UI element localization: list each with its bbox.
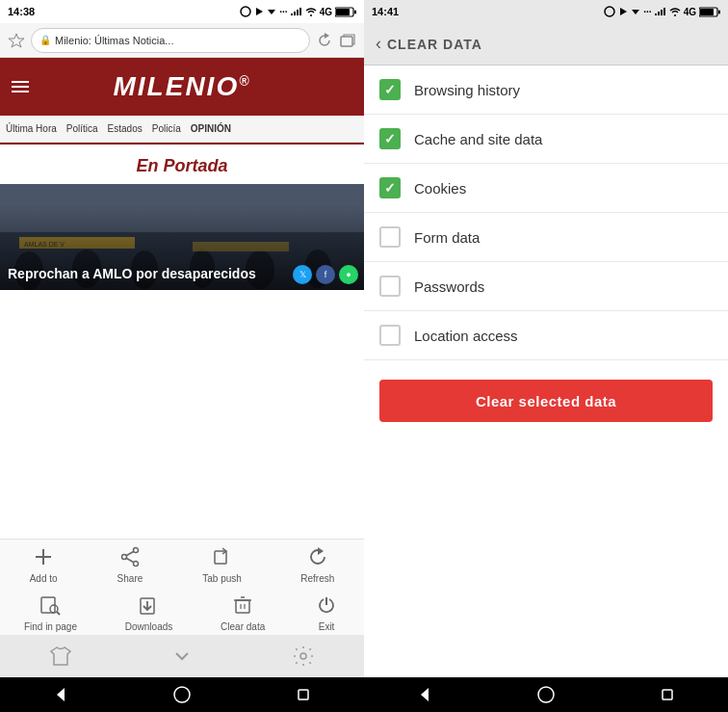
options-list: Browsing history Cache and site data Coo…	[364, 66, 728, 677]
find-in-page-button[interactable]: Find in page	[24, 592, 77, 632]
nav-politica[interactable]: Política	[66, 123, 98, 134]
clear-data-button[interactable]: Clear data	[221, 592, 265, 632]
option-browsing-history[interactable]: Browsing history	[364, 66, 728, 115]
facebook-icon[interactable]: f	[316, 265, 335, 284]
svg-marker-1	[256, 8, 263, 15]
svg-rect-5	[297, 10, 299, 15]
svg-rect-54	[299, 690, 308, 699]
twitter-icon[interactable]: 𝕏	[293, 265, 312, 284]
add-to-label: Add to	[30, 573, 58, 584]
home-button-android-right[interactable]	[536, 685, 556, 704]
svg-rect-64	[700, 9, 714, 15]
url-bar[interactable]: 🔒 Milenio: Últimas Noticia...	[31, 28, 310, 53]
tabs-button[interactable]	[339, 32, 356, 49]
status-icons-left: ··· 4G	[240, 6, 356, 17]
checkbox-passwords[interactable]	[379, 276, 401, 297]
network-right: 4G	[684, 7, 696, 17]
power-icon	[313, 592, 340, 619]
refresh-icon	[304, 543, 331, 570]
svg-marker-12	[325, 33, 329, 39]
checkbox-cookies[interactable]	[379, 177, 401, 198]
option-label-browsing-history: Browsing history	[414, 82, 520, 98]
downloads-button[interactable]: Downloads	[125, 592, 172, 632]
svg-point-7	[310, 14, 312, 16]
nav-estados[interactable]: Estados	[108, 123, 143, 134]
svg-rect-3	[291, 13, 293, 15]
checkbox-form-data[interactable]	[379, 226, 401, 248]
option-label-cookies: Cookies	[414, 180, 466, 197]
left-panel: 14:38 ··· 4G	[0, 0, 364, 712]
svg-rect-68	[663, 690, 672, 699]
option-label-location-access: Location access	[414, 328, 518, 344]
svg-rect-9	[336, 9, 350, 15]
wifi-icon-right	[669, 8, 681, 16]
svg-rect-65	[718, 10, 720, 13]
svg-point-0	[241, 7, 250, 16]
circle-icon-right	[604, 6, 615, 17]
time-left: 14:38	[8, 6, 35, 17]
option-label-passwords: Passwords	[414, 278, 484, 295]
svg-marker-66	[421, 688, 429, 701]
dots-icon: ···	[279, 7, 287, 17]
circle-icon	[240, 6, 251, 17]
battery-icon-right	[699, 7, 720, 17]
svg-rect-10	[354, 10, 356, 13]
browser-toolbar: 🔒 Milenio: Últimas Noticia...	[0, 23, 364, 58]
share-icon	[117, 543, 143, 570]
signal-icon-left	[291, 8, 302, 15]
add-to-button[interactable]: Add to	[30, 543, 58, 584]
recents-button-left[interactable]	[294, 685, 313, 704]
exit-label: Exit	[319, 621, 335, 632]
tab-push-button[interactable]: Tab push	[202, 543, 242, 584]
social-icons: 𝕏 f ●	[293, 265, 358, 284]
option-form-data[interactable]: Form data	[364, 213, 728, 262]
status-bar-left: 14:38 ··· 4G	[0, 0, 364, 23]
plus-icon	[30, 543, 57, 570]
nav-policia[interactable]: Policía	[152, 123, 181, 134]
svg-point-35	[121, 555, 126, 560]
right-panel: 14:41 ··· 4G	[364, 0, 728, 712]
option-location-access[interactable]: Location access	[364, 311, 728, 360]
find-label: Find in page	[24, 621, 77, 632]
option-label-form-data: Form data	[414, 229, 480, 246]
option-passwords[interactable]: Passwords	[364, 262, 728, 311]
svg-point-55	[605, 7, 614, 16]
nav-ultima-hora[interactable]: Última Hora	[6, 123, 57, 134]
back-button-android-right[interactable]	[415, 685, 434, 704]
clear-data-header: ‹ CLEAR DATA	[364, 23, 728, 66]
clear-selected-data-button[interactable]: Clear selected data	[379, 380, 713, 422]
star-button[interactable]	[8, 32, 25, 49]
download-icon	[136, 592, 163, 619]
milenio-header: MILENIO®	[0, 58, 364, 116]
shirt-icon[interactable]	[49, 645, 72, 668]
svg-rect-58	[655, 13, 657, 15]
svg-marker-56	[620, 8, 627, 15]
refresh-label: Refresh	[300, 573, 334, 584]
android-navbar-right	[364, 677, 728, 712]
option-cookies[interactable]: Cookies	[364, 164, 728, 213]
hamburger-button[interactable]	[12, 81, 29, 92]
back-button-left[interactable]	[51, 685, 70, 704]
svg-rect-60	[661, 10, 663, 15]
reload-button[interactable]	[316, 32, 333, 49]
lock-icon: 🔒	[39, 35, 51, 45]
back-button-right[interactable]: ‹	[376, 34, 381, 54]
settings-icon[interactable]	[292, 645, 315, 668]
checkbox-browsing-history[interactable]	[379, 79, 401, 100]
arrow-icon	[267, 7, 276, 16]
whatsapp-icon[interactable]: ●	[339, 265, 358, 284]
recents-button-android-right[interactable]	[658, 685, 677, 704]
exit-button[interactable]: Exit	[313, 592, 340, 632]
checkbox-cache-site-data[interactable]	[379, 128, 401, 149]
clear-data-title: CLEAR DATA	[387, 37, 482, 52]
share-button[interactable]: Share	[117, 543, 143, 584]
refresh-button[interactable]: Refresh	[300, 543, 334, 584]
svg-marker-57	[632, 10, 639, 14]
option-cache-site-data[interactable]: Cache and site data	[364, 115, 728, 164]
cleardata-icon	[229, 592, 256, 619]
nav-opinion[interactable]: OPINIÓN	[191, 123, 231, 134]
chevron-down-icon[interactable]	[170, 645, 194, 668]
checkbox-location-access[interactable]	[379, 325, 401, 346]
svg-point-67	[538, 687, 554, 702]
home-button-left[interactable]	[172, 685, 192, 704]
